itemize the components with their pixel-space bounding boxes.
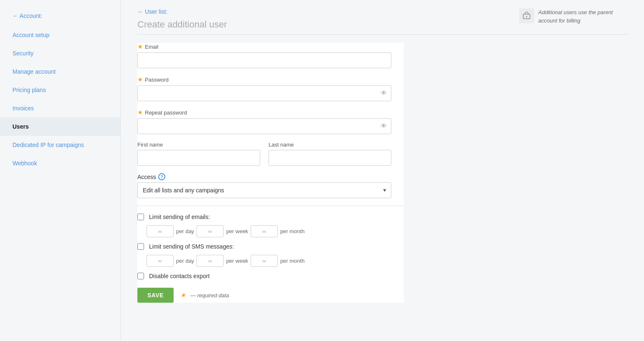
disable-export-label: Disable contacts export — [149, 273, 210, 279]
password-label: ★ Password — [137, 76, 404, 83]
repeat-password-label-text: Repeat password — [145, 110, 187, 116]
sms-per-month-label: per month — [280, 258, 305, 264]
repeat-password-input-wrapper: 👁 — [137, 118, 391, 134]
account-back-link[interactable]: ← Account: — [12, 12, 42, 19]
last-name-label: Last name — [269, 142, 391, 148]
password-input[interactable] — [137, 85, 391, 101]
sms-per-week-input[interactable] — [196, 255, 224, 267]
email-label-text: Email — [145, 44, 159, 50]
password-input-wrapper: 👁 — [137, 85, 391, 101]
main-content: Additional users use the parent account … — [121, 0, 644, 341]
sidebar-item-users[interactable]: Users — [0, 117, 120, 136]
divider-1 — [137, 206, 404, 206]
email-label: ★ Email — [137, 43, 404, 50]
password-label-text: Password — [145, 77, 169, 83]
sms-per-day-input[interactable] — [147, 255, 174, 267]
emails-per-week-label: per week — [226, 228, 248, 234]
repeat-password-input[interactable] — [137, 118, 391, 134]
email-group: ★ Email — [137, 43, 404, 68]
disable-export-checkbox[interactable] — [137, 273, 144, 279]
password-toggle-icon[interactable]: 👁 — [380, 90, 387, 97]
email-input[interactable] — [137, 52, 391, 68]
access-label-row: Access ? — [137, 173, 404, 180]
emails-per-day-label: per day — [176, 228, 194, 234]
limit-emails-label: Limit sending of emails: — [149, 214, 210, 220]
sidebar-item-security[interactable]: Security — [0, 44, 120, 62]
access-select-wrapper: Edit all lists and any campaigns View on… — [137, 182, 391, 198]
limit-emails-fields: per day per week per month — [147, 225, 404, 237]
sms-per-day-label: per day — [176, 258, 194, 264]
last-name-input[interactable] — [269, 150, 391, 166]
repeat-password-label: ★ Repeat password — [137, 109, 404, 116]
required-note-star: ★ — [180, 291, 186, 299]
first-name-label: First name — [137, 142, 260, 148]
emails-per-month-input[interactable] — [251, 225, 278, 237]
access-group: Access ? Edit all lists and any campaign… — [137, 173, 404, 198]
sidebar-item-webhook[interactable]: Webhook — [0, 154, 120, 172]
info-icon — [519, 8, 534, 23]
sidebar-item-manage-account[interactable]: Manage account — [0, 62, 120, 81]
access-select[interactable]: Edit all lists and any campaigns View on… — [137, 182, 391, 198]
first-name-group: First name — [137, 142, 260, 166]
repeat-password-required-star: ★ — [137, 109, 143, 116]
password-required-star: ★ — [137, 76, 143, 83]
sms-per-week-label: per week — [226, 258, 248, 264]
required-note-text: — required data — [190, 292, 229, 299]
sidebar-item-invoices[interactable]: Invoices — [0, 99, 120, 117]
info-panel: Additional users use the parent account … — [519, 8, 627, 25]
first-name-input[interactable] — [137, 150, 260, 166]
name-row: First name Last name — [137, 142, 391, 173]
limit-sms-row: Limit sending of SMS messages: — [137, 243, 404, 250]
password-group: ★ Password 👁 — [137, 76, 404, 101]
repeat-password-toggle-icon[interactable]: 👁 — [380, 122, 387, 130]
sidebar: ← Account: Account setup Security Manage… — [0, 0, 121, 341]
last-name-group: Last name — [269, 142, 391, 166]
limit-emails-row: Limit sending of emails: — [137, 214, 404, 220]
limit-sms-section: Limit sending of SMS messages: per day p… — [137, 243, 404, 267]
svg-point-1 — [526, 16, 527, 17]
emails-per-day-input[interactable] — [147, 225, 174, 237]
sms-limit-fields: per day per week per month — [147, 255, 404, 267]
access-help-icon[interactable]: ? — [158, 173, 165, 180]
email-required-star: ★ — [137, 43, 143, 50]
sms-per-month-input[interactable] — [251, 255, 278, 267]
limit-emails-section: Limit sending of emails: per day per wee… — [137, 214, 404, 237]
disable-export-row: Disable contacts export — [137, 273, 404, 279]
required-note: ★ — required data — [180, 291, 229, 299]
sidebar-back-link[interactable]: ← Account: — [0, 8, 120, 26]
sidebar-item-account-setup[interactable]: Account setup — [0, 26, 120, 44]
limit-sms-label: Limit sending of SMS messages: — [149, 243, 234, 250]
create-user-form: ★ Email ★ Password 👁 ★ Repeat password — [137, 43, 404, 303]
emails-per-month-label: per month — [280, 228, 305, 234]
emails-per-week-input[interactable] — [196, 225, 224, 237]
save-row: SAVE ★ — required data — [137, 288, 404, 303]
access-label-text: Access — [137, 174, 156, 180]
sidebar-item-pricing-plans[interactable]: Pricing plans — [0, 81, 120, 99]
save-button[interactable]: SAVE — [137, 288, 174, 303]
user-list-back-link[interactable]: ← User list: — [137, 8, 167, 15]
limit-emails-checkbox[interactable] — [137, 214, 144, 220]
info-panel-text: Additional users use the parent account … — [538, 8, 627, 25]
repeat-password-group: ★ Repeat password 👁 — [137, 109, 404, 134]
limit-sms-checkbox[interactable] — [137, 243, 144, 250]
sidebar-item-dedicated-ip[interactable]: Dedicated IP for campaigns — [0, 136, 120, 154]
